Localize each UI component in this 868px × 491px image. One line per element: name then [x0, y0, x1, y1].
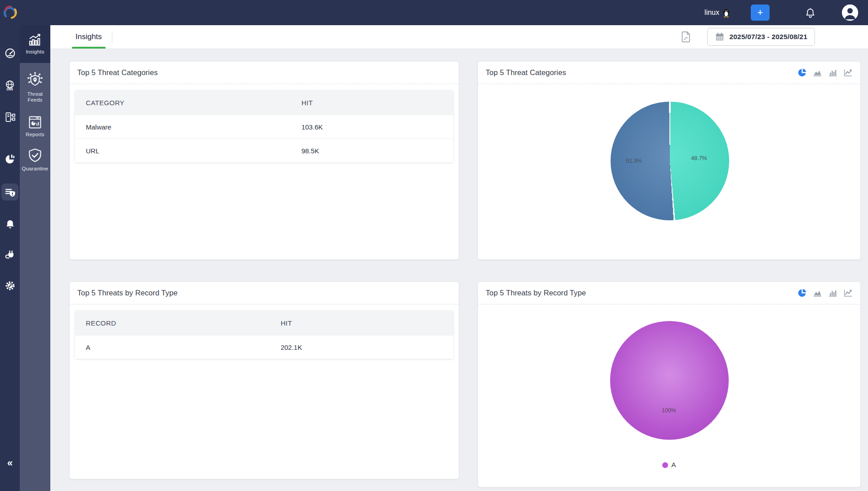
svg-text:DNS: DNS	[7, 88, 13, 91]
topbar: linux +	[20, 0, 868, 25]
sidebar-item-label: Threat Feeds	[20, 91, 50, 103]
main-area: Insights	[50, 25, 868, 491]
legend-label: A	[671, 461, 676, 469]
tab-label: Insights	[75, 32, 102, 41]
threat-categories-table: CATEGORY HIT Malware 103.6K URL 98.5K	[75, 90, 453, 162]
record-type-table: RECORD HIT A 202.1K	[75, 311, 453, 359]
chart-type-toggles	[797, 288, 853, 298]
cell-hit: 98.5K	[291, 147, 453, 155]
area-chart-icon[interactable]	[813, 68, 822, 77]
line-chart-icon[interactable]	[843, 68, 853, 77]
primary-nav-rail: DNS	[0, 0, 20, 491]
sidebar-item-label: Reports	[26, 132, 44, 138]
pie-slice-label-a: 100%	[651, 407, 687, 414]
reports-document-icon	[27, 115, 43, 129]
cell-category: URL	[75, 147, 291, 155]
pie-chart-icon[interactable]	[797, 68, 807, 77]
sidebar-item-settings[interactable]	[0, 277, 20, 295]
cell-record: A	[75, 344, 270, 351]
card-threat-categories-chart: Top 5 Threat Categories	[478, 61, 861, 260]
sidebar-item-analytics[interactable]	[0, 150, 20, 168]
record-type-pie-chart[interactable]	[610, 321, 729, 440]
penguin-icon	[722, 8, 730, 18]
threat-feeds-shield-skull-icon	[27, 72, 44, 89]
dashboard-gauge-icon	[4, 47, 16, 59]
notifications-bell-button[interactable]	[805, 7, 816, 18]
sidebar-item-dashboard[interactable]	[0, 44, 20, 62]
sidebar-item-network[interactable]	[0, 108, 20, 126]
date-range-picker[interactable]: 2025/07/23 - 2025/08/21	[707, 28, 815, 46]
pie-slice-label-malware: 51.3%	[616, 158, 652, 164]
notifications-bell-icon	[4, 219, 16, 230]
threat-insights-icon	[4, 186, 16, 198]
topbar-actions: linux +	[704, 4, 858, 21]
table-header-row: CATEGORY HIT	[75, 90, 453, 115]
sidebar-item-threat-feeds[interactable]: Threat Feeds	[20, 72, 50, 103]
settings-gear-icon	[4, 280, 16, 292]
table-row[interactable]: Malware 103.6K	[75, 115, 453, 138]
legend-item-a[interactable]: A	[662, 461, 676, 469]
column-header: CATEGORY	[75, 99, 291, 107]
add-button[interactable]: +	[751, 4, 770, 21]
card-threat-categories-table: Top 5 Threat Categories CATEGORY HIT Mal…	[69, 61, 459, 260]
pdf-export-icon	[680, 31, 691, 43]
card-header: Top 5 Threats by Record Type	[70, 282, 459, 304]
bar-chart-icon[interactable]	[828, 68, 837, 77]
sidebar-item-integrations[interactable]	[0, 245, 20, 263]
dashboard-content: Top 5 Threat Categories CATEGORY HIT Mal…	[50, 49, 868, 491]
pie-chart-icon[interactable]	[797, 288, 807, 298]
cell-hit: 202.1K	[270, 344, 453, 351]
calendar-icon	[715, 32, 725, 42]
tab-insights[interactable]: Insights	[69, 25, 108, 49]
table-header-row: RECORD HIT	[75, 311, 453, 335]
column-header: HIT	[291, 99, 453, 107]
secondary-sidebar: Insights Threat Feeds	[20, 25, 50, 491]
line-chart-icon[interactable]	[843, 288, 853, 298]
active-tab-indicator	[72, 47, 106, 49]
tab-bar: Insights	[50, 25, 868, 49]
card-title: Top 5 Threat Categories	[486, 68, 566, 77]
sidebar-item-notifications[interactable]	[0, 215, 20, 233]
app-logo	[2, 4, 18, 22]
table-row[interactable]: A 202.1K	[75, 335, 453, 359]
area-chart-icon[interactable]	[813, 288, 822, 298]
card-record-type-table: Top 5 Threats by Record Type RECORD HIT …	[69, 281, 459, 479]
card-title: Top 5 Threats by Record Type	[77, 289, 177, 297]
legend-dot-magenta	[662, 462, 668, 468]
sidebar-item-dns[interactable]: DNS	[0, 76, 20, 94]
bell-icon	[805, 7, 816, 18]
network-nodes-icon	[4, 111, 16, 123]
card-header: Top 5 Threats by Record Type	[478, 282, 860, 304]
insights-chart-icon	[28, 33, 42, 47]
avatar[interactable]	[842, 4, 858, 21]
chart-type-toggles	[797, 68, 853, 77]
integrations-plug-icon	[4, 248, 16, 260]
sidebar-item-quarantine[interactable]: Quarantine	[20, 147, 50, 172]
app-root: linux +	[0, 0, 868, 491]
pie-slice-label-url: 48.7%	[681, 155, 717, 161]
table-row[interactable]: URL 98.5K	[75, 138, 453, 162]
pdf-export-button[interactable]	[680, 31, 691, 43]
sidebar-item-reports[interactable]: Reports	[20, 115, 50, 138]
cell-category: Malware	[75, 123, 291, 131]
date-range-value: 2025/07/23 - 2025/08/21	[729, 33, 807, 41]
quarantine-shield-check-icon	[27, 147, 43, 164]
cell-hit: 103.6K	[291, 123, 453, 131]
sidebar-item-insights[interactable]: Insights	[20, 25, 50, 63]
card-header: Top 5 Threat Categories	[478, 62, 860, 84]
bar-chart-icon[interactable]	[828, 288, 837, 298]
account-menu[interactable]: linux	[704, 8, 730, 18]
card-title: Top 5 Threats by Record Type	[486, 289, 586, 297]
chart-legend: A	[478, 461, 860, 469]
user-avatar-icon	[842, 4, 858, 21]
analytics-pie-icon	[4, 153, 16, 165]
sidebar-item-label: Quarantine	[22, 166, 49, 172]
card-record-type-chart: Top 5 Threats by Record Type	[478, 281, 861, 487]
sidebar-item-label: Insights	[26, 49, 44, 55]
sidebar-item-threat-insights-active[interactable]	[1, 183, 18, 201]
account-name: linux	[704, 9, 719, 17]
collapse-chevrons-icon: «	[7, 457, 13, 469]
toolbar: 2025/07/23 - 2025/08/21	[680, 25, 815, 49]
card-header: Top 5 Threat Categories	[70, 62, 459, 84]
collapse-sidebar-button[interactable]: «	[0, 455, 20, 471]
